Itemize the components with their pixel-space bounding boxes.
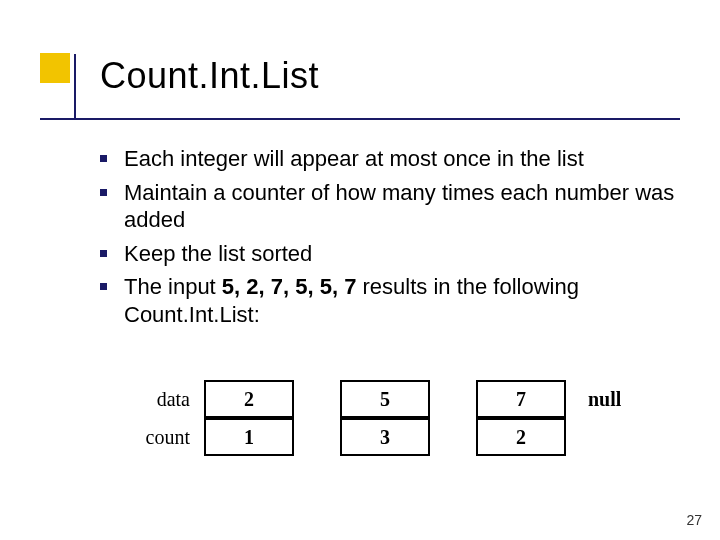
bullet-item: Each integer will appear at most once in… [100,145,680,173]
node-data-cell: 7 [476,380,566,418]
node-count-cell: 2 [476,418,566,456]
bullet-list: Each integer will appear at most once in… [100,145,680,334]
title-accent-square [40,53,70,83]
title-underline [40,118,680,120]
node-count-cell: 1 [204,418,294,456]
page-title: Count.Int.List [100,55,319,97]
node-data-cell: 2 [204,380,294,418]
node-gap [294,382,340,416]
null-terminator: null [588,388,621,411]
linked-list-diagram: data 2 5 7 null count 1 3 2 [130,380,690,456]
slide: Count.Int.List Each integer will appear … [0,0,720,540]
node-data-cell: 5 [340,380,430,418]
title-accent-vertical [74,54,76,118]
diagram-row-count: count 1 3 2 [130,418,690,456]
row-label-data: data [130,388,190,411]
bullet-item: Maintain a counter of how many times eac… [100,179,680,234]
bullet-text: The input [124,274,222,299]
diagram-row-data: data 2 5 7 null [130,380,690,418]
node-count-cell: 3 [340,418,430,456]
bullet-input-sequence: 5, 2, 7, 5, 5, 7 [222,274,357,299]
page-number: 27 [686,512,702,528]
node-gap [430,382,476,416]
row-label-count: count [130,426,190,449]
bullet-item: Keep the list sorted [100,240,680,268]
bullet-item: The input 5, 2, 7, 5, 5, 7 results in th… [100,273,680,328]
node-gap [430,420,476,454]
node-gap [294,420,340,454]
